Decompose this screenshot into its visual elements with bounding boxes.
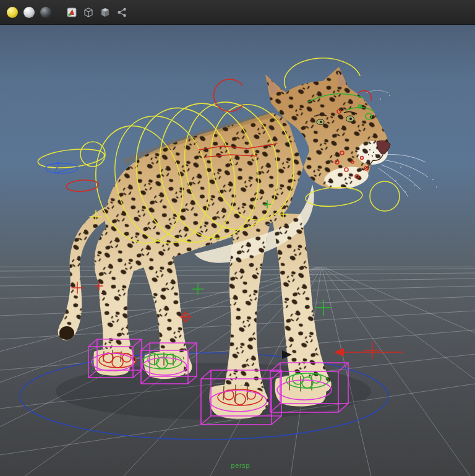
sphere-light-glyph: [24, 7, 35, 18]
sphere-yellow-icon[interactable]: [6, 6, 19, 19]
sphere-dark-icon[interactable]: [39, 6, 53, 19]
viewport[interactable]: persp: [0, 0, 475, 476]
color-swatch-glyph: [66, 7, 77, 18]
sphere-dark-glyph: [40, 7, 51, 18]
camera-label[interactable]: persp: [231, 462, 250, 469]
tail-tip: [59, 326, 74, 340]
sphere-yellow-glyph: [7, 7, 18, 18]
share-network-icon[interactable]: [115, 6, 129, 19]
cube-icon[interactable]: [98, 6, 112, 19]
scene-canvas[interactable]: [0, 0, 475, 476]
viewport-toolbar: [0, 0, 475, 25]
share-network-glyph: [116, 7, 127, 18]
color-swatch-icon[interactable]: [65, 6, 79, 19]
sphere-light-icon[interactable]: [22, 6, 36, 19]
cube-glyph: [100, 7, 111, 18]
cube-outline-icon[interactable]: [82, 6, 95, 19]
cube-outline-glyph: [83, 7, 94, 18]
